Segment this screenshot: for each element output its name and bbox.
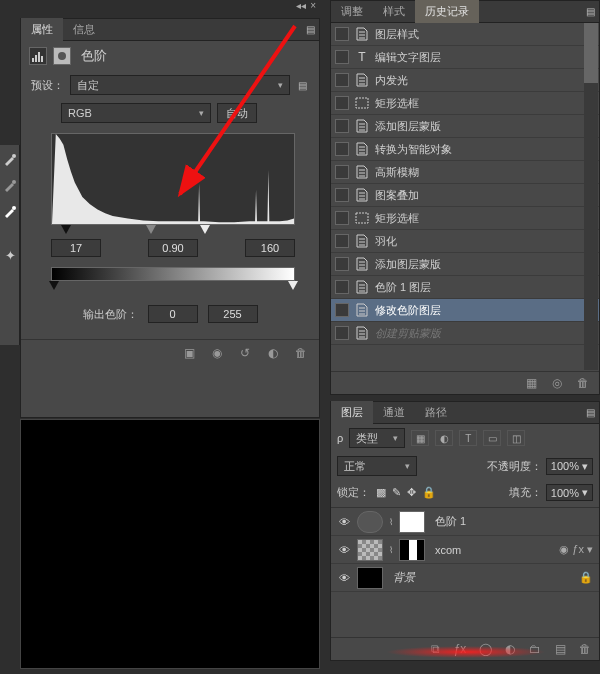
history-item[interactable]: 羽化 bbox=[331, 230, 599, 253]
history-item[interactable]: 色阶 1 图层 bbox=[331, 276, 599, 299]
output-white-handle[interactable] bbox=[288, 281, 298, 290]
history-state-marker[interactable] bbox=[335, 27, 349, 41]
layer-item[interactable]: 👁背景🔒 bbox=[331, 564, 599, 592]
preset-select[interactable]: 自定 bbox=[70, 75, 290, 95]
history-state-marker[interactable] bbox=[335, 280, 349, 294]
input-black-field[interactable]: 17 bbox=[51, 239, 101, 257]
sample-point-icon[interactable]: ✦ bbox=[2, 247, 18, 263]
close-icon[interactable]: × bbox=[310, 0, 316, 11]
visibility-eye-icon[interactable]: 👁 bbox=[337, 543, 351, 557]
channel-select[interactable]: RGB bbox=[61, 103, 211, 123]
layer-item[interactable]: 👁⌇色阶 1 bbox=[331, 508, 599, 536]
layer-name[interactable]: 背景 bbox=[393, 570, 415, 585]
tab-paths[interactable]: 路径 bbox=[415, 401, 457, 424]
lock-transparent-icon[interactable]: ▩ bbox=[376, 486, 386, 499]
link-layers-icon[interactable]: ⧉ bbox=[427, 642, 443, 656]
tab-info[interactable]: 信息 bbox=[63, 18, 105, 41]
auto-button[interactable]: 自动 bbox=[217, 103, 257, 123]
filter-pixel-icon[interactable]: ▦ bbox=[411, 430, 429, 446]
history-state-marker[interactable] bbox=[335, 188, 349, 202]
filter-type-icon[interactable]: T bbox=[459, 430, 477, 446]
eyedropper-white-icon[interactable] bbox=[2, 203, 18, 219]
history-scrollbar[interactable] bbox=[584, 23, 598, 370]
history-item[interactable]: 添加图层蒙版 bbox=[331, 253, 599, 276]
reset-icon[interactable]: ↺ bbox=[237, 346, 253, 360]
preset-menu-icon[interactable]: ▤ bbox=[298, 80, 307, 91]
history-state-marker[interactable] bbox=[335, 211, 349, 225]
tab-channels[interactable]: 通道 bbox=[373, 401, 415, 424]
history-item[interactable]: 图案叠加 bbox=[331, 184, 599, 207]
tab-properties[interactable]: 属性 bbox=[21, 18, 63, 41]
create-document-icon[interactable]: ▦ bbox=[523, 376, 539, 390]
smart-filter-icon[interactable]: ◉ ƒx ▾ bbox=[559, 543, 593, 556]
history-item[interactable]: T编辑文字图层 bbox=[331, 46, 599, 69]
black-point-handle[interactable] bbox=[61, 225, 71, 234]
history-item[interactable]: 图层样式 bbox=[331, 23, 599, 46]
history-item[interactable]: 矩形选框 bbox=[331, 207, 599, 230]
scrollbar-thumb[interactable] bbox=[584, 23, 598, 83]
lock-position-icon[interactable]: ✥ bbox=[407, 486, 416, 499]
filter-smart-icon[interactable]: ◫ bbox=[507, 430, 525, 446]
history-item[interactable]: 添加图层蒙版 bbox=[331, 115, 599, 138]
history-state-marker[interactable] bbox=[335, 165, 349, 179]
lock-paint-icon[interactable]: ✎ bbox=[392, 486, 401, 499]
history-state-marker[interactable] bbox=[335, 96, 349, 110]
lock-all-icon[interactable]: 🔒 bbox=[422, 486, 436, 499]
eyedropper-black-icon[interactable] bbox=[2, 151, 18, 167]
history-state-marker[interactable] bbox=[335, 257, 349, 271]
history-state-marker[interactable] bbox=[335, 326, 349, 340]
history-state-marker[interactable] bbox=[335, 142, 349, 156]
history-state-marker[interactable] bbox=[335, 234, 349, 248]
input-gamma-field[interactable]: 0.90 bbox=[148, 239, 198, 257]
filter-adjust-icon[interactable]: ◐ bbox=[435, 430, 453, 446]
tab-adjustments[interactable]: 调整 bbox=[331, 0, 373, 23]
group-icon[interactable]: 🗀 bbox=[527, 642, 543, 656]
history-menu-icon[interactable]: ▤ bbox=[586, 6, 595, 17]
view-previous-icon[interactable]: ◉ bbox=[209, 346, 225, 360]
new-layer-icon[interactable]: ▤ bbox=[552, 642, 568, 656]
visibility-eye-icon[interactable]: 👁 bbox=[337, 515, 351, 529]
input-white-field[interactable]: 160 bbox=[245, 239, 295, 257]
output-black-handle[interactable] bbox=[49, 281, 59, 290]
trash-icon[interactable]: 🗑 bbox=[293, 346, 309, 360]
blend-mode-select[interactable]: 正常 bbox=[337, 456, 417, 476]
tab-styles[interactable]: 样式 bbox=[373, 0, 415, 23]
history-item[interactable]: 矩形选框 bbox=[331, 92, 599, 115]
delete-layer-icon[interactable]: 🗑 bbox=[577, 642, 593, 656]
filter-shape-icon[interactable]: ▭ bbox=[483, 430, 501, 446]
input-slider[interactable] bbox=[51, 225, 295, 237]
adjustment-layer-icon[interactable]: ◐ bbox=[502, 642, 518, 656]
visibility-eye-icon[interactable]: 👁 bbox=[337, 571, 351, 585]
layer-name[interactable]: 色阶 1 bbox=[435, 514, 466, 529]
history-state-marker[interactable] bbox=[335, 73, 349, 87]
tab-layers[interactable]: 图层 bbox=[331, 401, 373, 424]
output-black-field[interactable]: 0 bbox=[148, 305, 198, 323]
eyedropper-gray-icon[interactable] bbox=[2, 177, 18, 193]
output-white-field[interactable]: 255 bbox=[208, 305, 258, 323]
layers-menu-icon[interactable]: ▤ bbox=[586, 407, 595, 418]
history-item[interactable]: 创建剪贴蒙版 bbox=[331, 322, 599, 345]
history-item[interactable]: 转换为智能对象 bbox=[331, 138, 599, 161]
fill-field[interactable]: 100%▾ bbox=[546, 484, 593, 501]
history-state-marker[interactable] bbox=[335, 303, 349, 317]
history-item[interactable]: 修改色阶图层 bbox=[331, 299, 599, 322]
layer-mask-icon[interactable]: ◯ bbox=[477, 642, 493, 656]
history-state-marker[interactable] bbox=[335, 119, 349, 133]
tab-history[interactable]: 历史记录 bbox=[415, 0, 479, 23]
layer-item[interactable]: 👁⌇xcom◉ ƒx ▾ bbox=[331, 536, 599, 564]
toggle-visibility-icon[interactable]: ◐ bbox=[265, 346, 281, 360]
output-slider[interactable] bbox=[51, 281, 295, 293]
snapshot-icon[interactable]: ◎ bbox=[549, 376, 565, 390]
clip-icon[interactable]: ▣ bbox=[181, 346, 197, 360]
layer-name[interactable]: xcom bbox=[435, 544, 461, 556]
white-point-handle[interactable] bbox=[200, 225, 210, 234]
gamma-handle[interactable] bbox=[146, 225, 156, 234]
filter-kind-select[interactable]: 类型 bbox=[349, 428, 405, 448]
history-state-marker[interactable] bbox=[335, 50, 349, 64]
collapse-icon[interactable]: ◂◂ bbox=[296, 0, 306, 11]
history-trash-icon[interactable]: 🗑 bbox=[575, 376, 591, 390]
history-item[interactable]: 高斯模糊 bbox=[331, 161, 599, 184]
fx-icon[interactable]: ƒx bbox=[452, 642, 468, 656]
opacity-field[interactable]: 100%▾ bbox=[546, 458, 593, 475]
history-item[interactable]: 内发光 bbox=[331, 69, 599, 92]
